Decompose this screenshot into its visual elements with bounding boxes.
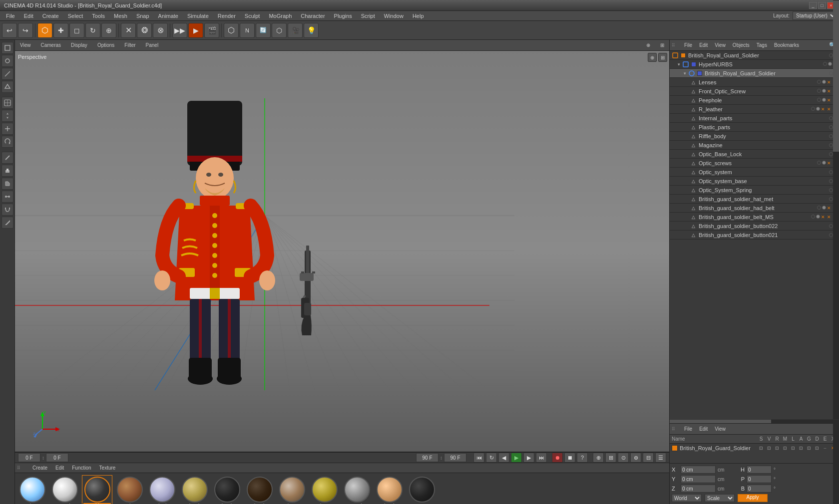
- left-magnet[interactable]: [1, 204, 13, 216]
- menu-simulate[interactable]: Simulate: [183, 12, 213, 20]
- light-button[interactable]: 💡: [304, 23, 319, 38]
- menu-render[interactable]: Render: [214, 12, 240, 20]
- menu-plugins[interactable]: Plugins: [330, 12, 356, 20]
- obj-had-belt[interactable]: △ British_guard_soldier_had_belt ✕ ✕: [670, 204, 839, 213]
- render-button[interactable]: ▶: [188, 23, 203, 38]
- obj-optic-spring[interactable]: △ Optic_System_Spring: [670, 186, 839, 195]
- redo-button[interactable]: ↪: [18, 23, 33, 38]
- mode-new-button[interactable]: ✚: [53, 23, 68, 38]
- mode-rotate-button[interactable]: ↻: [85, 23, 100, 38]
- menu-sculpt[interactable]: Sculpt: [241, 12, 264, 20]
- left-rotate[interactable]: [1, 136, 13, 148]
- attr-menu-file[interactable]: File: [682, 425, 695, 433]
- rotate-tool-button[interactable]: ⊗: [153, 23, 168, 38]
- obj-belt-ms[interactable]: △ British_guard_soldier_belt_MS ✕ ✕ ✕: [670, 213, 839, 222]
- vp-menu-options[interactable]: Options: [94, 41, 117, 49]
- material-colored3[interactable]: Colored_m: [244, 475, 275, 504]
- transport-help[interactable]: ?: [577, 453, 588, 463]
- obj-internal-parts[interactable]: △ Internal_parts: [670, 114, 839, 123]
- obj-front-optic[interactable]: △ Front_Optic_Screw ✕ ✕: [670, 87, 839, 96]
- left-bevel[interactable]: [1, 178, 13, 190]
- obj-hat-met[interactable]: △ British_guard_soldier_hat_met: [670, 195, 839, 204]
- material-metal[interactable]: Metal: [49, 475, 80, 504]
- obj-hypernurbs[interactable]: ▾ HyperNURBS ✓: [670, 60, 839, 69]
- menu-snap[interactable]: Snap: [132, 12, 153, 20]
- menu-mograph[interactable]: MoGraph: [265, 12, 296, 20]
- coord-input-h[interactable]: [747, 466, 772, 474]
- scene-button[interactable]: ⬡: [272, 23, 287, 38]
- left-knife[interactable]: [1, 152, 13, 164]
- layout-selector[interactable]: Startup (User): [793, 11, 837, 20]
- move-tool-button[interactable]: ✕: [121, 23, 136, 38]
- om-menu-view[interactable]: View: [712, 41, 728, 49]
- menu-edit[interactable]: Edit: [20, 12, 37, 20]
- render-region-button[interactable]: ▶▶: [172, 23, 187, 38]
- render-to-picture-button[interactable]: 🎬: [204, 23, 219, 38]
- vp-menu-cameras[interactable]: Cameras: [38, 41, 64, 49]
- vp-icon-1[interactable]: ⊕: [648, 53, 657, 62]
- vp-expand-button[interactable]: ⊕: [643, 41, 653, 49]
- coord-apply-button[interactable]: Apply: [738, 494, 768, 502]
- frame-counter-input[interactable]: [46, 453, 68, 462]
- om-menu-bookmarks[interactable]: Bookmarks: [772, 41, 802, 49]
- obj-optic-base[interactable]: △ Optic_Base_Lock: [670, 150, 839, 159]
- mat-menu-edit[interactable]: Edit: [53, 464, 66, 472]
- obj-magazine[interactable]: △ Magazine: [670, 141, 839, 150]
- current-frame-input[interactable]: [18, 453, 40, 462]
- material-leather[interactable]: Leather_: [114, 475, 145, 504]
- obj-root[interactable]: British_Royal_Guard_Soldier: [670, 51, 839, 60]
- left-tool-2[interactable]: [1, 55, 13, 67]
- transport-loop[interactable]: ↻: [486, 453, 497, 463]
- material-brass[interactable]: _brass: [309, 475, 340, 504]
- transport-auto[interactable]: ⊙: [618, 453, 629, 463]
- maximize-button[interactable]: □: [818, 2, 826, 9]
- om-menu-edit[interactable]: Edit: [697, 41, 710, 49]
- mode-object-button[interactable]: ⬡: [37, 23, 52, 38]
- om-menu-file[interactable]: File: [682, 41, 695, 49]
- coord-input-y[interactable]: [681, 475, 716, 483]
- menu-mesh[interactable]: Mesh: [110, 12, 131, 20]
- obj-optic-system-base[interactable]: △ Optic_system_base: [670, 177, 839, 186]
- obj-riffle-body[interactable]: △ Riffle_body: [670, 132, 839, 141]
- menu-animate[interactable]: Animate: [154, 12, 182, 20]
- transport-dope[interactable]: ⊟: [643, 453, 654, 463]
- attr-menu-edit[interactable]: Edit: [697, 425, 710, 433]
- transport-prev-frame[interactable]: ◀: [498, 453, 509, 463]
- menu-script[interactable]: Script: [357, 12, 379, 20]
- mat-menu-create[interactable]: Create: [30, 464, 50, 472]
- coord-scale-selector[interactable]: Scale: [705, 494, 735, 502]
- obj-scrollbar[interactable]: [670, 419, 839, 423]
- om-menu-objects[interactable]: Objects: [730, 41, 752, 49]
- vp-menu-filter[interactable]: Filter: [121, 41, 138, 49]
- vp-menu-panel[interactable]: Panel: [143, 41, 162, 49]
- obj-expand-hypernurbs[interactable]: ▾: [678, 62, 680, 67]
- obj-peephole[interactable]: △ Peephole ✕ ✕: [670, 96, 839, 105]
- transport-keyframe[interactable]: ⊕: [593, 453, 604, 463]
- coord-world-selector[interactable]: World Object: [672, 494, 702, 502]
- menu-character[interactable]: Character: [297, 12, 329, 20]
- left-scale[interactable]: [1, 123, 13, 135]
- transport-timeline[interactable]: ☰: [655, 453, 666, 463]
- obj-button021[interactable]: △ British_guard_soldier_button021: [670, 231, 839, 240]
- undo-button[interactable]: ↩: [2, 23, 17, 38]
- coord-input-z[interactable]: [681, 485, 716, 493]
- material-plastic[interactable]: Plastic: [147, 475, 177, 504]
- spline-tool-button[interactable]: ⬡: [224, 23, 239, 38]
- material-opticmetal[interactable]: Optic_meta: [277, 475, 307, 504]
- left-tool-3[interactable]: [1, 68, 13, 80]
- attr-menu-view[interactable]: View: [712, 425, 728, 433]
- mat-menu-function[interactable]: Function: [69, 464, 93, 472]
- attr-row[interactable]: British_Royal_Guard_Soldier ⊡ ⊡ ⊡ ⊡ ⊡ ⊡ …: [670, 444, 839, 453]
- obj-plastic-parts[interactable]: △ Plastic_parts: [670, 123, 839, 132]
- transport-record[interactable]: ⏺: [552, 453, 563, 463]
- left-paint[interactable]: [1, 217, 13, 229]
- vp-icon-2[interactable]: ⊞: [658, 53, 667, 62]
- menu-tools[interactable]: Tools: [88, 12, 109, 20]
- transport-frame-sel[interactable]: ⊞: [605, 453, 616, 463]
- obj-lenses[interactable]: △ Lenses ✕ ✕: [670, 78, 839, 87]
- transport-motion[interactable]: ⊛: [630, 453, 641, 463]
- material-glass[interactable]: Glass: [17, 475, 47, 504]
- menu-window[interactable]: Window: [380, 12, 408, 20]
- material-pt[interactable]: pt: [407, 475, 437, 504]
- vp-menu-view[interactable]: View: [17, 41, 34, 49]
